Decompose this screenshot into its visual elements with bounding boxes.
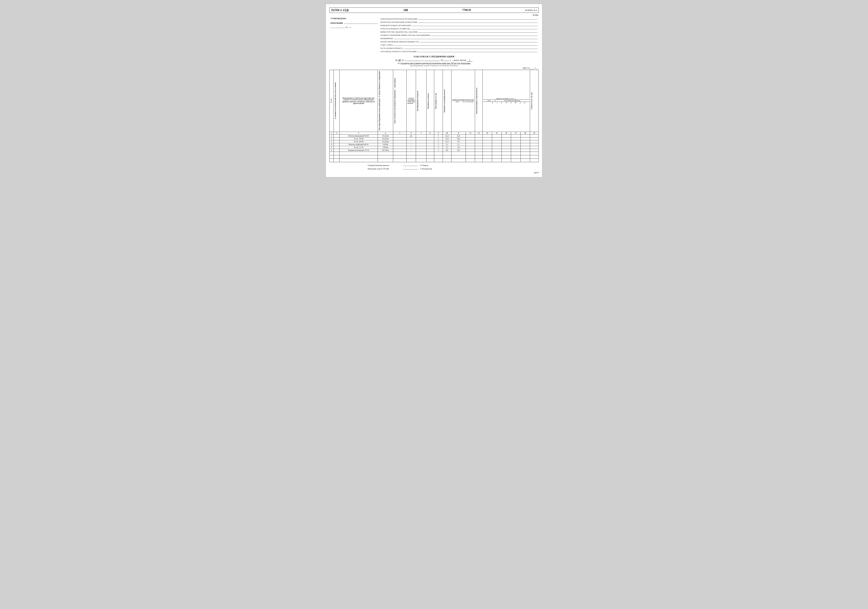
table-cell: 6,0: [451, 149, 466, 152]
table-cell: [521, 137, 530, 140]
spec-year-line: [443, 58, 450, 61]
spec-date-line: [406, 58, 422, 61]
table-cell: [393, 143, 406, 146]
org-field-label-5: Главное управление министерства (объедин…: [380, 34, 430, 36]
table-cell: 1: [434, 143, 443, 146]
table-cell: 2: [434, 137, 443, 140]
table-cell: [511, 134, 521, 137]
table-cell: 5: [330, 146, 334, 149]
col-num-16: 16: [501, 132, 511, 134]
table-cell: [475, 137, 482, 140]
kody-label: КОДЫ: [533, 14, 538, 16]
table-row: 5То же. 25-1615б16к"31,23,6: [330, 146, 539, 149]
table-row-empty: [330, 155, 539, 158]
table-cell-empty: [406, 158, 416, 162]
table-cell-empty: [339, 152, 378, 155]
table-cell-empty: [393, 152, 406, 155]
table-cell-empty: [466, 152, 475, 155]
table-cell: 6: [330, 149, 334, 152]
doc-right: 7798/10: [462, 9, 471, 12]
table-cell: [426, 149, 434, 152]
table-cell-empty: [530, 152, 539, 155]
table-cell: [521, 146, 530, 149]
table-cell: ": [406, 146, 416, 149]
org-field-label-8: ГУМТС (УМТС): [380, 44, 393, 46]
col-num-11: 11: [451, 132, 466, 134]
org-field-line-9: [403, 46, 538, 49]
table-cell-empty: [426, 155, 434, 158]
table-cell: [492, 140, 501, 143]
table-cell-empty: [378, 152, 393, 155]
table-cell: 15б16к: [378, 143, 393, 146]
date-row: « » 19 г.: [330, 26, 378, 28]
table-cell: То же. 25-16: [339, 146, 378, 149]
table-cell-empty: [339, 155, 378, 158]
org-field-row-4: Министерство (ведомство)–заказчик: [380, 30, 538, 33]
table-cell: [530, 134, 539, 137]
table-cell-empty: [451, 158, 466, 162]
table-cell: ": [406, 143, 416, 146]
spec-title: Заказная спецификация: [329, 55, 539, 58]
table-cell-empty: [434, 158, 443, 162]
table-cell: [492, 146, 501, 149]
table-cell-empty: [406, 152, 416, 155]
table-cell: [466, 140, 475, 143]
table-cell: 12,8: [443, 137, 451, 140]
table-cell: 15с22нж: [378, 140, 393, 143]
table-cell: [511, 137, 521, 140]
table-cell: [426, 134, 434, 137]
table-cell: [475, 140, 482, 143]
table-cell-empty: [501, 158, 511, 162]
table-cell: ": [406, 149, 416, 152]
table-cell-empty: [330, 152, 334, 155]
table-cell: [521, 149, 530, 152]
spec-subject: узла ввода пара и вывода конденсата резе…: [400, 62, 470, 64]
table-cell-empty: [330, 158, 334, 162]
table-cell-empty: [378, 158, 393, 162]
chief-engineer-name: А.Уманец: [420, 164, 428, 166]
org-field-label-1: Проектная организация–разработчик: [380, 21, 417, 23]
table-cell: [492, 137, 501, 140]
table-cell-empty: [511, 158, 521, 162]
spec-number-row: № 47 от « » 19 г. – всего листов I: [329, 58, 539, 62]
table-cell: 1: [330, 134, 334, 137]
org-field-line-4: [418, 30, 538, 33]
table-cell: [530, 146, 539, 149]
table-cell: 1,2: [443, 146, 451, 149]
spec-total-sheets: I: [467, 59, 473, 62]
table-cell: [521, 143, 530, 146]
table-cell: [530, 143, 539, 146]
table-cell: [530, 137, 539, 140]
org-field-label-3: Отрасль народного хозяйства: [380, 28, 410, 30]
org-field-row-1: Проектная организация–разработчик: [380, 20, 538, 23]
table-cell: [482, 143, 492, 146]
table-cell: 2: [330, 137, 334, 140]
table-cell: [492, 149, 501, 152]
spec-table: № п. п. № позиции по тех-нологической сх…: [329, 70, 539, 162]
table-row: 2То же. 50-4015с22нж"212,825,6: [330, 137, 539, 140]
table-cell: [482, 137, 492, 140]
table-cell: [511, 140, 521, 143]
table-cell-empty: [393, 158, 406, 162]
table-cell: [416, 143, 426, 146]
table-cell: 15б16к: [378, 146, 393, 149]
col-num-12: 12: [466, 132, 475, 134]
col-header-4: Тип и марка оборудования; каталог, прейс…: [378, 70, 393, 132]
table-cell-empty: [330, 155, 334, 158]
nachalnik-label: НАЧАЛЬНИК: [330, 22, 343, 24]
chief-engineer-sig: [403, 164, 418, 166]
table-cell: [393, 134, 406, 137]
col-header-1: № п. п.: [330, 70, 334, 132]
table-cell: [521, 134, 530, 137]
org-field-row-3: Отрасль народного хозяйства: [380, 27, 538, 30]
table-cell-empty: [466, 155, 475, 158]
org-field-line-6: [394, 37, 538, 39]
col-num-1: 1: [330, 132, 334, 134]
table-cell-empty: [443, 152, 451, 155]
table-cell: [426, 140, 434, 143]
table-cell: [426, 146, 434, 149]
table-cell-empty: [416, 155, 426, 158]
spec-month-line: [425, 58, 440, 61]
utv-title: УТВЕРЖДАЮ:: [330, 17, 378, 20]
table-cell: 22,4: [443, 134, 451, 137]
